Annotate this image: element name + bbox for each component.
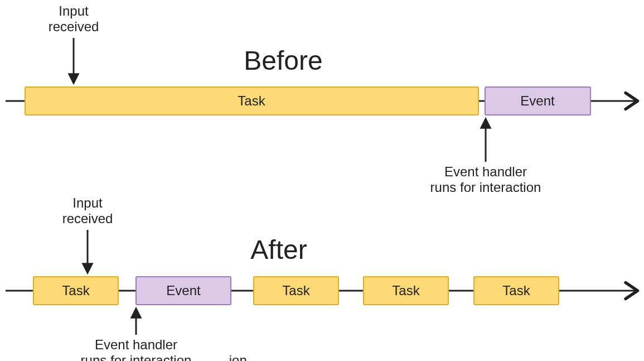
after-input-label-line1: Input bbox=[72, 195, 103, 210]
before-handler-label-line1: Event handler bbox=[444, 164, 527, 179]
after-block-2-label: Task bbox=[282, 283, 310, 298]
after-block-4: Task bbox=[474, 277, 559, 305]
after-block-1: Event bbox=[136, 277, 231, 305]
after-input-received-annotation: Input received bbox=[62, 195, 113, 272]
before-input-label-line1: Input bbox=[59, 3, 89, 18]
before-task-block: Task bbox=[25, 87, 478, 115]
after-block-2: Task bbox=[254, 277, 338, 305]
after-handler-label-line1b: Event handler bbox=[95, 337, 177, 352]
after-block-0: Task bbox=[33, 277, 118, 305]
after-block-3-label: Task bbox=[392, 283, 420, 298]
after-block-0-label: Task bbox=[62, 283, 90, 298]
after-input-label-line2: received bbox=[62, 211, 113, 226]
before-event-block: Event bbox=[485, 87, 590, 115]
before-input-received-annotation: Input received bbox=[49, 3, 99, 83]
before-section: Before Task Event Input received Event h… bbox=[6, 3, 636, 195]
after-block-3: Task bbox=[364, 277, 448, 305]
before-handler-label-line2: runs for interaction bbox=[430, 180, 541, 195]
before-task-label: Task bbox=[238, 93, 265, 108]
before-event-label: Event bbox=[520, 93, 555, 108]
after-block-1-label: Event bbox=[166, 283, 201, 298]
before-title: Before bbox=[244, 46, 322, 75]
before-input-label-line2: received bbox=[49, 19, 99, 34]
diagram-root: Before Task Event Input received Event h… bbox=[0, 0, 644, 361]
after-event-handler-labels-centered: Event handler runs for interaction bbox=[50, 335, 229, 361]
after-title: After bbox=[250, 235, 307, 264]
before-event-handler-annotation: Event handler runs for interaction bbox=[430, 119, 541, 195]
after-handler-label-line2b: runs for interaction bbox=[81, 353, 192, 361]
after-block-4-label: Task bbox=[502, 283, 530, 298]
